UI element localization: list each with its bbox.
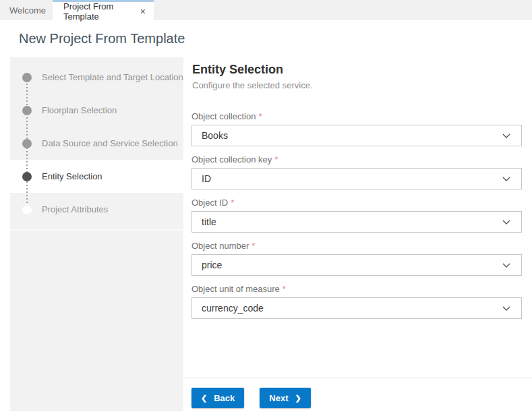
back-button[interactable]: ❮ Back — [191, 388, 244, 408]
dropdown[interactable]: price — [191, 254, 522, 276]
dropdown-selected-value: price — [202, 260, 501, 270]
tab-project-label: Project From Template — [63, 1, 131, 22]
editor-tab-bar: Welcome Project From Template × — [0, 0, 532, 20]
footer-divider — [184, 378, 532, 378]
dropdown-selected-value: ID — [202, 173, 501, 184]
required-asterisk: * — [283, 284, 286, 294]
required-asterisk: * — [258, 111, 262, 121]
dropdown[interactable]: Books — [191, 125, 522, 146]
step-circle-icon — [22, 73, 32, 82]
form-group: Object number* price — [191, 241, 522, 276]
chevron-down-icon — [501, 173, 512, 184]
dropdown[interactable]: currency_code — [191, 297, 522, 319]
dropdown-selected-value: currency_code — [202, 303, 501, 314]
step-circle-icon — [22, 205, 32, 214]
field-label: Object collection — [191, 111, 256, 121]
wizard-step-active[interactable]: Entity Selection — [10, 160, 183, 193]
chevron-right-icon: ❯ — [295, 394, 301, 403]
step-label: Data Source and Service Selection — [42, 138, 178, 148]
chevron-down-icon — [501, 303, 512, 314]
wizard-nav-buttons: ❮ Back Next ❯ — [191, 388, 311, 408]
wizard-step-completed[interactable]: Floorplan Selection — [10, 94, 183, 127]
step-circle-icon — [22, 139, 32, 148]
required-asterisk: * — [231, 198, 234, 208]
tab-project-from-template[interactable]: Project From Template × — [53, 0, 154, 20]
tab-welcome-label: Welcome — [9, 5, 46, 16]
tab-welcome[interactable]: Welcome — [0, 0, 55, 20]
next-button[interactable]: Next ❯ — [260, 388, 310, 408]
step-label: Select Template and Target Location — [42, 72, 183, 82]
chevron-down-icon — [501, 260, 512, 270]
sidebar-divider — [10, 229, 183, 231]
step-subtitle: Configure the selected service. — [192, 80, 312, 90]
wizard-step-upcoming[interactable]: Project Attributes — [10, 193, 183, 226]
form-group: Object collection* Books — [191, 111, 522, 146]
step-label: Floorplan Selection — [42, 105, 117, 115]
form-group: Object unit of measure* currency_code — [191, 284, 522, 319]
field-label: Object unit of measure — [191, 284, 280, 294]
dropdown-selected-value: title — [202, 216, 501, 227]
required-asterisk: * — [274, 154, 278, 165]
next-button-label: Next — [269, 393, 288, 403]
field-label: Object collection key — [191, 154, 272, 165]
back-button-label: Back — [214, 393, 235, 403]
form-group: Object ID* title — [191, 198, 522, 233]
dropdown-selected-value: Books — [202, 130, 501, 141]
required-asterisk: * — [252, 241, 255, 251]
wizard-step-completed[interactable]: Select Template and Target Location — [10, 61, 183, 94]
wizard-sidebar: Select Template and Target Location Floo… — [10, 57, 183, 411]
chevron-left-icon: ❮ — [201, 394, 207, 403]
chevron-down-icon — [501, 130, 512, 141]
step-circle-icon — [22, 172, 32, 181]
dropdown[interactable]: ID — [191, 168, 522, 189]
step-label: Entity Selection — [42, 171, 102, 181]
step-circle-icon — [22, 106, 32, 115]
close-icon[interactable]: × — [140, 7, 146, 16]
wizard-window: Welcome Project From Template × New Proj… — [0, 0, 532, 414]
wizard-step-completed[interactable]: Data Source and Service Selection — [10, 127, 183, 160]
field-label: Object number — [191, 241, 249, 251]
step-title: Entity Selection — [192, 63, 283, 77]
wizard-steps: Select Template and Target Location Floo… — [10, 57, 183, 226]
page-title: New Project From Template — [19, 31, 185, 47]
entity-selection-form: Object collection* Books Object collecti… — [191, 111, 522, 327]
dropdown[interactable]: title — [191, 211, 522, 233]
field-label: Object ID — [191, 198, 228, 208]
form-group: Object collection key* ID — [191, 154, 522, 189]
chevron-down-icon — [501, 216, 512, 227]
step-label: Project Attributes — [42, 204, 108, 214]
